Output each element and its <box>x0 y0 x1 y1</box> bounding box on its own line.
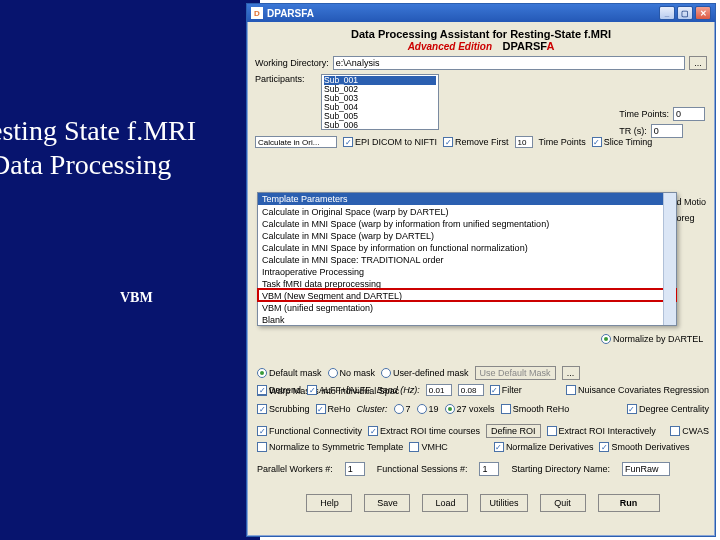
dropdown-option[interactable]: Calculate in MNI Space by information on… <box>258 241 676 253</box>
vmhc-checkbox[interactable]: VMHC <box>409 442 448 452</box>
define-roi-button[interactable]: Define ROI <box>486 424 541 438</box>
tr-label: TR (s): <box>619 126 647 136</box>
load-button[interactable]: Load <box>422 494 468 512</box>
template-select[interactable]: Calculate in Ori... <box>255 136 337 148</box>
slide-title-line1: esting State f.MRI <box>0 115 230 147</box>
band-high-input[interactable]: 0.08 <box>458 384 484 396</box>
reho-checkbox[interactable]: ✓ReHo <box>316 404 351 414</box>
use-default-mask-button[interactable]: Use Default Mask <box>475 366 556 380</box>
nuisance-checkbox[interactable]: Nuisance Covariates Regression <box>566 385 709 395</box>
filter-checkbox[interactable]: ✓Filter <box>490 385 522 395</box>
cluster-7-radio[interactable]: 7 <box>394 404 411 414</box>
fc-checkbox[interactable]: ✓Functional Connectivity <box>257 426 362 436</box>
title-bar[interactable]: D DPARSFA _ ▢ ✕ <box>247 4 715 22</box>
smooth-reho-checkbox[interactable]: Smooth ReHo <box>501 404 570 414</box>
save-button[interactable]: Save <box>364 494 410 512</box>
tr-input[interactable]: 0 <box>651 124 683 138</box>
band-low-input[interactable]: 0.01 <box>426 384 452 396</box>
participants-label: Participants: <box>255 74 315 84</box>
edition-label: Advanced Edition <box>408 41 492 52</box>
help-button[interactable]: Help <box>306 494 352 512</box>
starting-dir-input[interactable]: FunRaw <box>622 462 670 476</box>
slide-subtitle: VBM <box>120 290 153 306</box>
mask-browse-button[interactable]: ... <box>562 366 580 380</box>
functional-sessions-label: Functional Sessions #: <box>377 464 468 474</box>
band-label: Band (Hz): <box>377 385 420 395</box>
degree-centrality-checkbox[interactable]: ✓Degree Centrality <box>627 404 709 414</box>
default-mask-radio[interactable]: Default mask <box>257 368 322 378</box>
no-mask-radio[interactable]: No mask <box>328 368 376 378</box>
dropdown-option[interactable]: Calculate in MNI Space: TRADITIONAL orde… <box>258 253 676 265</box>
cluster-27-radio[interactable]: 27 voxels <box>445 404 495 414</box>
remove-first-checkbox[interactable]: ✓Remove First <box>443 137 509 147</box>
time-points-input[interactable]: 0 <box>673 107 705 121</box>
dropdown-header: Template Parameters <box>258 193 676 205</box>
list-item[interactable]: Sub_006 <box>324 121 436 130</box>
time-points-label: Time Points: <box>619 109 669 119</box>
app-window: D DPARSFA _ ▢ ✕ Data Processing Assistan… <box>246 3 716 537</box>
brand-label: DPARSFA <box>503 40 555 52</box>
utilities-button[interactable]: Utilities <box>480 494 527 512</box>
run-button[interactable]: Run <box>598 494 660 512</box>
working-dir-browse-button[interactable]: ... <box>689 56 707 70</box>
dropdown-option[interactable]: Intraoperative Processing <box>258 265 676 277</box>
symmetric-template-checkbox[interactable]: Normalize to Symmetric Template <box>257 442 403 452</box>
dropdown-option[interactable]: Task fMRI data preprocessing <box>258 277 676 289</box>
app-subheader: Advanced Edition DPARSFA <box>255 40 707 52</box>
dropdown-option[interactable]: VBM (unified segmentation) <box>258 301 676 313</box>
normalize-derivatives-checkbox[interactable]: ✓Normalize Derivatives <box>494 442 594 452</box>
working-dir-label: Working Directory: <box>255 58 329 68</box>
minimize-button[interactable]: _ <box>659 6 675 20</box>
dropdown-option-selected[interactable]: VBM (New Segment and DARTEL) <box>258 289 676 301</box>
time-points-text: Time Points <box>539 137 586 147</box>
maximize-button[interactable]: ▢ <box>677 6 693 20</box>
parallel-workers-input[interactable]: 1 <box>345 462 365 476</box>
app-icon: D <box>251 7 263 19</box>
slide-title-line2: Data Processing <box>0 149 230 181</box>
working-dir-row: Working Directory: e:\Analysis ... <box>255 56 707 70</box>
dropdown-option[interactable]: Calculate in Original Space (warp by DAR… <box>258 205 676 217</box>
cluster-19-radio[interactable]: 19 <box>417 404 439 414</box>
normalize-dartel-radio[interactable]: Normalize by DARTEL <box>601 332 703 346</box>
template-dropdown[interactable]: Template Parameters Calculate in Origina… <box>257 192 677 326</box>
dropdown-option[interactable]: Blank <box>258 313 676 325</box>
alff-checkbox[interactable]: ✓ALFF+fALFF <box>307 385 371 395</box>
app-header: Data Processing Assistant for Resting-St… <box>255 28 707 40</box>
quit-button[interactable]: Quit <box>540 494 586 512</box>
extract-roi-checkbox[interactable]: ✓Extract ROI time courses <box>368 426 480 436</box>
working-dir-input[interactable]: e:\Analysis <box>333 56 685 70</box>
parallel-workers-label: Parallel Workers #: <box>257 464 333 474</box>
slide-title: esting State f.MRI Data Processing <box>0 115 230 181</box>
dropdown-option[interactable]: Calculate in MNI Space (warp by DARTEL) <box>258 229 676 241</box>
remove-first-n-input[interactable]: 10 <box>515 136 533 148</box>
close-button[interactable]: ✕ <box>695 6 711 20</box>
participants-listbox[interactable]: Sub_001 Sub_002 Sub_003 Sub_004 Sub_005 … <box>321 74 439 130</box>
scrubbing-checkbox[interactable]: ✓Scrubbing <box>257 404 310 414</box>
epi-dicom-checkbox[interactable]: ✓EPI DICOM to NIFTI <box>343 137 437 147</box>
starting-dir-label: Starting Directory Name: <box>511 464 610 474</box>
smooth-derivatives-checkbox[interactable]: ✓Smooth Derivatives <box>599 442 689 452</box>
functional-sessions-input[interactable]: 1 <box>479 462 499 476</box>
dropdown-option[interactable]: Calculate in MNI Space (warp by informat… <box>258 217 676 229</box>
window-title: DPARSFA <box>267 8 314 19</box>
cluster-label: Cluster: <box>357 404 388 414</box>
user-mask-radio[interactable]: User-defined mask <box>381 368 469 378</box>
extract-roi-interactive-checkbox[interactable]: Extract ROI Interactively <box>547 426 656 436</box>
cwas-checkbox[interactable]: CWAS <box>670 426 709 436</box>
detrend-checkbox[interactable]: ✓Detrend <box>257 385 301 395</box>
